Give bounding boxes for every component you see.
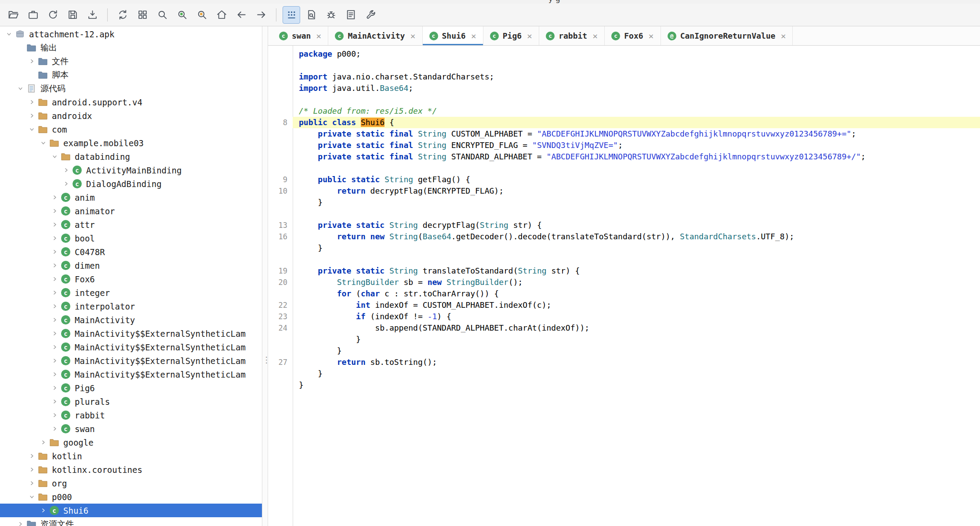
inspector-button[interactable]: [302, 6, 320, 24]
save-project-button[interactable]: [64, 6, 81, 24]
chevron-down-icon[interactable]: [49, 151, 60, 162]
tab-canignorereturnvalue[interactable]: @CanIgnoreReturnValue×: [661, 26, 793, 45]
main-activity-button[interactable]: [213, 6, 230, 24]
tree-item-item-3[interactable]: 脚本: [0, 68, 262, 82]
tree-item-item-4[interactable]: 源代码: [0, 82, 262, 95]
code-line[interactable]: /* Loaded from: res/i5.dex */: [268, 105, 980, 117]
chevron-right-icon[interactable]: [61, 179, 71, 189]
comment-search-button[interactable]: [193, 6, 211, 24]
tab-close-icon[interactable]: ×: [780, 31, 786, 41]
chevron-right-icon[interactable]: [26, 465, 37, 475]
flat-packages-button[interactable]: [134, 6, 151, 24]
deobfuscation-button[interactable]: [283, 6, 300, 24]
code-line[interactable]: 8public class Shui6 {: [268, 117, 980, 128]
code-line[interactable]: [268, 94, 980, 105]
code-line[interactable]: for (char c : str.toCharArray()) {: [268, 288, 980, 299]
code-line[interactable]: 22 int indexOf = CUSTOM_ALPHABET.indexOf…: [268, 299, 980, 311]
code-line[interactable]: }: [268, 368, 980, 379]
tab-close-icon[interactable]: ×: [527, 31, 532, 41]
reload-button[interactable]: [44, 6, 62, 24]
code-line[interactable]: }: [268, 345, 980, 357]
code-line[interactable]: package p000;: [268, 48, 980, 60]
tree-item-interpolator[interactable]: cinterpolator: [0, 299, 262, 313]
code-line[interactable]: 10 return decryptFlag(ENCRYPTED_FLAG);: [268, 185, 980, 197]
tab-mainactivity[interactable]: cMainActivity×: [328, 26, 422, 45]
save-all-button[interactable]: [83, 6, 101, 24]
tab-close-icon[interactable]: ×: [471, 31, 476, 41]
tree-item-dimen[interactable]: cdimen: [0, 259, 262, 272]
tree-item-p000[interactable]: p000: [0, 490, 262, 504]
code-line[interactable]: }: [268, 379, 980, 391]
log-viewer-button[interactable]: [342, 6, 359, 24]
code-line[interactable]: import java.util.Base64;: [268, 83, 980, 94]
tree-item-activitymainbinding[interactable]: cActivityMainBinding: [0, 163, 262, 177]
preferences-button[interactable]: [362, 6, 379, 24]
tree-item-bool[interactable]: cbool: [0, 231, 262, 245]
tree-item-anim[interactable]: canim: [0, 191, 262, 204]
chevron-right-icon[interactable]: [49, 328, 60, 339]
code-line[interactable]: 23 if (indexOf != -1) {: [268, 311, 980, 322]
tree-item-androidx[interactable]: androidx: [0, 109, 262, 122]
code-line[interactable]: private static final String CUSTOM_ALPHA…: [268, 128, 980, 140]
code-line[interactable]: private static final String STANDARD_ALP…: [268, 151, 980, 162]
code-line[interactable]: }: [268, 242, 980, 254]
chevron-right-icon[interactable]: [26, 451, 37, 461]
code-line[interactable]: 9 public static String getFlag() {: [268, 174, 980, 185]
code-line[interactable]: }: [268, 197, 980, 208]
tree-item-org[interactable]: org: [0, 476, 262, 490]
sync-button[interactable]: [114, 6, 131, 24]
code-line[interactable]: 24 sb.append(STANDARD_ALPHABET.charAt(in…: [268, 322, 980, 334]
open-project-button[interactable]: [24, 6, 42, 24]
code-line[interactable]: [268, 208, 980, 220]
chevron-right-icon[interactable]: [49, 410, 60, 421]
chevron-right-icon[interactable]: [26, 111, 37, 121]
tree-item-mainactivity-externalsyntheticlam[interactable]: cMainActivity$$ExternalSyntheticLam: [0, 327, 262, 340]
chevron-right-icon[interactable]: [49, 424, 60, 434]
tree-item-example-mobile03[interactable]: example.mobile03: [0, 136, 262, 150]
chevron-right-icon[interactable]: [49, 192, 60, 203]
tree-item-google[interactable]: google: [0, 436, 262, 449]
tree-item-c0478r[interactable]: cC0478R: [0, 245, 262, 259]
text-search-button[interactable]: [153, 6, 171, 24]
chevron-right-icon[interactable]: [38, 505, 48, 516]
nav-forward-button[interactable]: [252, 6, 270, 24]
chevron-right-icon[interactable]: [49, 233, 60, 244]
tree-item-mainactivity-externalsyntheticlam[interactable]: cMainActivity$$ExternalSyntheticLam: [0, 354, 262, 367]
tree-item-attachment-12-apk[interactable]: attachment-12.apk: [0, 27, 262, 41]
chevron-right-icon[interactable]: [61, 165, 71, 176]
code-line[interactable]: }: [268, 334, 980, 345]
splitter[interactable]: ⋮: [262, 26, 268, 526]
code-line[interactable]: 19 private static String translateToStan…: [268, 265, 980, 277]
tab-close-icon[interactable]: ×: [410, 31, 415, 41]
code-line[interactable]: 16 return new String(Base64.getDecoder()…: [268, 231, 980, 242]
code-line[interactable]: import java.nio.charset.StandardCharsets…: [268, 71, 980, 83]
tree-item-kotlinx-coroutines[interactable]: kotlinx.coroutines: [0, 463, 262, 476]
chevron-right-icon[interactable]: [15, 519, 25, 526]
chevron-down-icon[interactable]: [15, 83, 25, 94]
chevron-right-icon[interactable]: [26, 97, 37, 108]
tab-swan[interactable]: cswan×: [272, 26, 328, 45]
tab-close-icon[interactable]: ×: [649, 31, 654, 41]
code-line[interactable]: 27 return sb.toString();: [268, 357, 980, 368]
code-line[interactable]: [268, 162, 980, 174]
tree-item-swan[interactable]: cswan: [0, 422, 262, 436]
chevron-right-icon[interactable]: [38, 437, 48, 448]
tab-pig6[interactable]: cPig6×: [483, 26, 539, 45]
chevron-down-icon[interactable]: [38, 138, 48, 148]
code-line[interactable]: [268, 254, 980, 265]
tab-close-icon[interactable]: ×: [316, 31, 321, 41]
chevron-right-icon[interactable]: [26, 478, 37, 489]
chevron-right-icon[interactable]: [49, 369, 60, 380]
tab-shui6[interactable]: cShui6×: [423, 26, 483, 45]
tree-item-fox6[interactable]: cFox6: [0, 272, 262, 286]
chevron-down-icon[interactable]: [4, 29, 14, 40]
chevron-down-icon[interactable]: [26, 124, 37, 135]
tree-item-mainactivity[interactable]: cMainActivity: [0, 313, 262, 327]
chevron-right-icon[interactable]: [49, 247, 60, 257]
chevron-right-icon[interactable]: [49, 274, 60, 285]
tree-item-rabbit[interactable]: crabbit: [0, 408, 262, 422]
tree-item-dialogadbinding[interactable]: cDialogAdBinding: [0, 177, 262, 191]
chevron-right-icon[interactable]: [49, 356, 60, 366]
chevron-right-icon[interactable]: [49, 396, 60, 407]
chevron-right-icon[interactable]: [49, 315, 60, 325]
